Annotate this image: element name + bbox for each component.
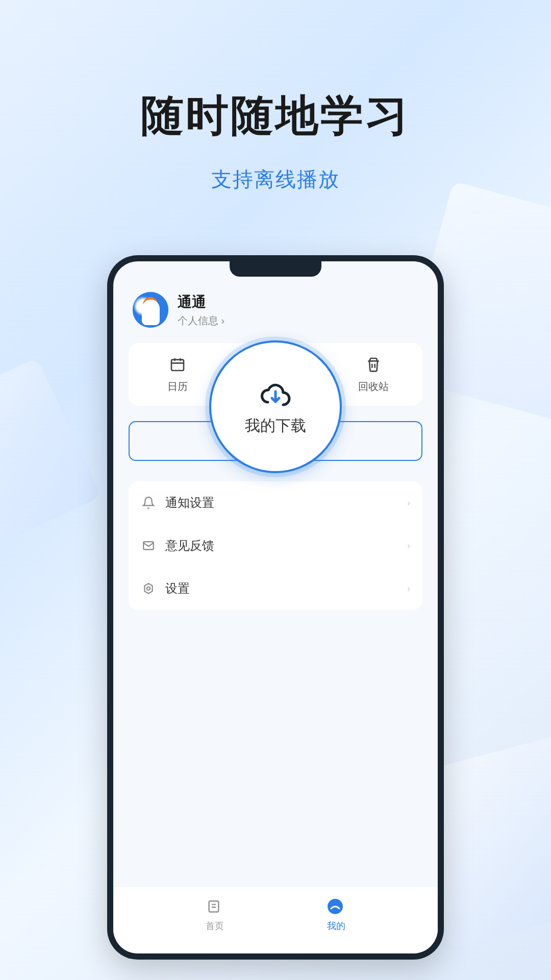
profile-name: 通通: [178, 292, 418, 312]
chevron-right-icon: ›: [407, 541, 410, 551]
notification-settings-item[interactable]: 通知设置 ›: [129, 481, 422, 524]
profile-info-link[interactable]: 个人信息 ›: [178, 314, 418, 328]
phone-notch: [230, 261, 321, 277]
settings-item[interactable]: 设置 ›: [129, 567, 422, 610]
profile-section[interactable]: 通通 个人信息 ›: [129, 292, 422, 328]
svg-marker-2: [144, 583, 152, 594]
settings-label: 设置: [165, 580, 398, 597]
nav-home-label: 首页: [206, 920, 224, 932]
feedback-item[interactable]: 意见反馈 ›: [129, 524, 422, 567]
promo-header: 随时随地学习 支持离线播放: [0, 0, 551, 193]
bell-icon: [141, 495, 156, 510]
calendar-icon: [168, 355, 187, 374]
main-title: 随时随地学习: [0, 87, 551, 145]
phone-screen: 通通 个人信息 › 日历 -: [113, 261, 438, 953]
gear-icon: [141, 581, 156, 596]
profile-icon: [327, 898, 345, 917]
svg-point-3: [147, 587, 151, 591]
download-label: 我的下载: [245, 415, 306, 436]
avatar[interactable]: [133, 292, 168, 328]
menu-list: 通知设置 › 意见反馈 ›: [129, 481, 422, 610]
download-highlight[interactable]: 我的下载: [209, 340, 342, 473]
calendar-label: 日历: [167, 380, 188, 394]
background-decoration: [0, 358, 102, 561]
profile-info: 通通 个人信息 ›: [178, 292, 418, 328]
home-icon: [206, 898, 224, 917]
nav-profile[interactable]: 我的: [327, 898, 345, 932]
chevron-right-icon: ›: [407, 498, 410, 508]
feedback-label: 意见反馈: [165, 537, 398, 554]
bottom-nav: 首页 我的: [113, 887, 438, 953]
chevron-right-icon: ›: [407, 583, 410, 594]
phone-mockup: 通通 个人信息 › 日历 -: [107, 255, 444, 960]
svg-rect-0: [171, 360, 184, 371]
mail-icon: [141, 538, 156, 553]
nav-home[interactable]: 首页: [206, 898, 224, 932]
notification-label: 通知设置: [165, 495, 398, 511]
cloud-download-icon: [258, 377, 293, 408]
recycle-label: 回收站: [358, 380, 389, 394]
nav-profile-label: 我的: [327, 920, 345, 932]
trash-icon: [364, 355, 383, 374]
